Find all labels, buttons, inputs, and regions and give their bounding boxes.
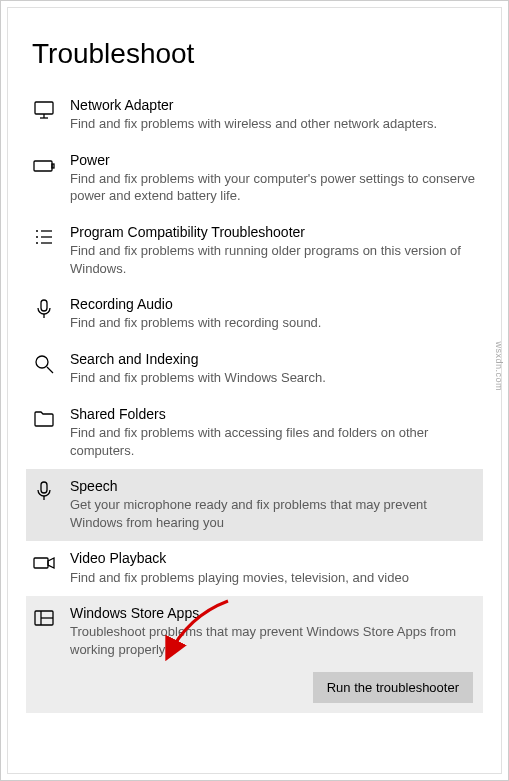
item-desc: Troubleshoot problems that may prevent W… xyxy=(70,623,477,658)
troubleshoot-item-windows-store-apps[interactable]: Windows Store Apps Troubleshoot problems… xyxy=(26,596,483,666)
run-button-row: Run the troubleshooter xyxy=(26,666,483,713)
item-title: Recording Audio xyxy=(70,295,477,313)
watermark-side: wsxdn.com xyxy=(494,341,504,391)
item-title: Video Playback xyxy=(70,549,477,567)
item-desc: Find and fix problems with accessing fil… xyxy=(70,424,477,459)
troubleshoot-item-recording-audio[interactable]: Recording Audio Find and fix problems wi… xyxy=(26,287,483,342)
battery-icon xyxy=(32,153,56,177)
item-title: Speech xyxy=(70,477,477,495)
search-icon xyxy=(32,352,56,376)
page-title: Troubleshoot xyxy=(32,38,477,70)
microphone-icon xyxy=(32,479,56,503)
troubleshoot-item-video-playback[interactable]: Video Playback Find and fix problems pla… xyxy=(26,541,483,596)
troubleshoot-item-program-compatibility[interactable]: Program Compatibility Troubleshooter Fin… xyxy=(26,215,483,287)
apps-icon xyxy=(32,606,56,630)
item-title: Program Compatibility Troubleshooter xyxy=(70,223,477,241)
monitor-icon xyxy=(32,98,56,122)
troubleshoot-item-network-adapter[interactable]: Network Adapter Find and fix problems wi… xyxy=(26,88,483,143)
item-desc: Find and fix problems with your computer… xyxy=(70,170,477,205)
item-desc: Find and fix problems with running older… xyxy=(70,242,477,277)
item-title: Network Adapter xyxy=(70,96,477,114)
item-desc: Find and fix problems playing movies, te… xyxy=(70,569,477,587)
microphone-icon xyxy=(32,297,56,321)
svg-rect-4 xyxy=(52,164,54,168)
svg-rect-11 xyxy=(41,300,47,311)
svg-line-14 xyxy=(47,367,53,373)
svg-rect-3 xyxy=(34,161,52,171)
item-desc: Find and fix problems with wireless and … xyxy=(70,115,477,133)
item-title: Search and Indexing xyxy=(70,350,477,368)
troubleshoot-item-shared-folders[interactable]: Shared Folders Find and fix problems wit… xyxy=(26,397,483,469)
svg-point-13 xyxy=(36,356,48,368)
item-title: Power xyxy=(70,151,477,169)
svg-rect-0 xyxy=(35,102,53,114)
item-desc: Find and fix problems with Windows Searc… xyxy=(70,369,477,387)
run-troubleshooter-button[interactable]: Run the troubleshooter xyxy=(313,672,473,703)
svg-rect-17 xyxy=(34,558,48,568)
troubleshoot-item-speech[interactable]: Speech Get your microphone ready and fix… xyxy=(26,469,483,541)
troubleshoot-item-power[interactable]: Power Find and fix problems with your co… xyxy=(26,143,483,215)
troubleshoot-item-search-indexing[interactable]: Search and Indexing Find and fix problem… xyxy=(26,342,483,397)
svg-rect-15 xyxy=(41,482,47,493)
folder-icon xyxy=(32,407,56,431)
item-title: Shared Folders xyxy=(70,405,477,423)
video-icon xyxy=(32,551,56,575)
item-desc: Get your microphone ready and fix proble… xyxy=(70,496,477,531)
item-title: Windows Store Apps xyxy=(70,604,477,622)
list-icon xyxy=(32,225,56,249)
item-desc: Find and fix problems with recording sou… xyxy=(70,314,477,332)
